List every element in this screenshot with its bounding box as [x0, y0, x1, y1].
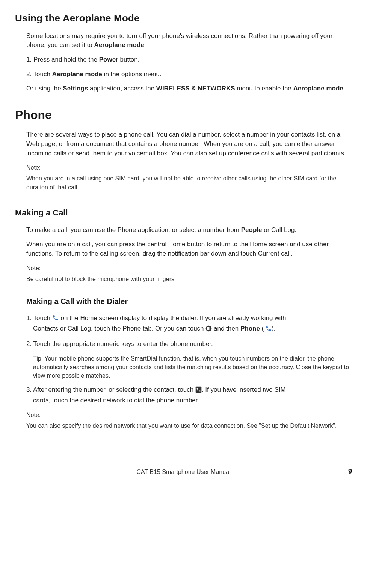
aeroplane-alt: Or using the Settings application, acces… — [26, 84, 352, 93]
text: Some locations may require you to turn o… — [26, 32, 332, 49]
dialer-step-2: 2. Touch the appropriate numeric keys to… — [26, 340, 352, 349]
bold-power: Power — [99, 56, 118, 63]
svg-point-2 — [208, 327, 209, 328]
phone-icon — [266, 325, 272, 335]
making-call-note-body: Be careful not to block the microphone w… — [26, 275, 352, 283]
text: . If you have inserted two SIM — [202, 386, 286, 393]
text: 3. After entering the number, or selecti… — [26, 386, 195, 393]
heading-making-call: Making a Call — [15, 207, 352, 219]
svg-point-6 — [210, 328, 210, 329]
bold-aeroplane-mode: Aeroplane mode — [94, 41, 144, 48]
text: ( — [260, 325, 264, 332]
text: and then — [214, 325, 240, 332]
text: on the Home screen display to display th… — [60, 314, 286, 322]
svg-point-5 — [208, 328, 209, 329]
apps-grid-icon — [205, 325, 212, 335]
text: . — [144, 41, 146, 48]
text: application, access the — [88, 85, 156, 92]
call-button-icon — [195, 386, 202, 396]
dialer-note-label: Note: — [26, 411, 352, 419]
svg-point-8 — [208, 329, 209, 330]
text: 1. Touch — [26, 314, 52, 322]
text: To make a call, you can use the Phone ap… — [26, 226, 241, 233]
svg-point-4 — [207, 328, 208, 329]
aeroplane-intro: Some locations may require you to turn o… — [26, 32, 352, 50]
heading-aeroplane-mode: Using the Aeroplane Mode — [15, 11, 352, 26]
text: cards, touch the desired network to dial… — [26, 396, 352, 405]
dialer-step-1: 1. Touch on the Home screen display to d… — [26, 314, 352, 334]
text: 1. Press and hold the the — [26, 56, 99, 63]
bold-settings: Settings — [63, 85, 88, 92]
svg-point-3 — [210, 327, 210, 328]
heading-phone: Phone — [15, 106, 352, 123]
page-footer: CAT B15 Smartphone User Manual 9 — [15, 468, 352, 476]
bold-phone: Phone — [240, 325, 260, 332]
bold-aeroplane-mode: Aeroplane mode — [293, 85, 343, 92]
text: or Call Log. — [262, 226, 296, 233]
aeroplane-step-2: 2. Touch Aeroplane mode in the options m… — [26, 70, 352, 79]
svg-point-9 — [210, 329, 210, 330]
page-number: 9 — [348, 466, 352, 476]
dialer-step-3: 3. After entering the number, or selecti… — [26, 385, 352, 405]
bold-wireless-networks: WIRELESS & NETWORKS — [156, 85, 235, 92]
phone-note-label: Note: — [26, 163, 352, 172]
making-call-p2: When you are on a call, you can press th… — [26, 240, 352, 258]
text: in the options menu. — [102, 71, 162, 78]
making-call-note-label: Note: — [26, 264, 352, 272]
phone-note-body: When you are in a call using one SIM car… — [26, 174, 352, 191]
text: Or using the — [26, 85, 63, 92]
bold-aeroplane-mode: Aeroplane mode — [52, 71, 102, 78]
text: ). — [272, 325, 275, 332]
svg-rect-10 — [196, 387, 202, 393]
bold-people: People — [241, 226, 262, 233]
text: menu to enable the — [235, 85, 293, 92]
dialer-tip: Tip: Your mobile phone supports the Smar… — [26, 354, 352, 380]
footer-title: CAT B15 Smartphone User Manual — [136, 469, 230, 475]
aeroplane-step-1: 1. Press and hold the the Power button. — [26, 55, 352, 65]
text: . — [343, 85, 345, 92]
text: button. — [118, 56, 140, 63]
svg-point-7 — [207, 329, 208, 330]
text: 2. Touch — [26, 71, 52, 78]
phone-icon — [52, 314, 59, 324]
making-call-p1: To make a call, you can use the Phone ap… — [26, 226, 352, 235]
text: Contacts or Call Log, touch the Phone ta… — [33, 325, 205, 332]
svg-point-1 — [207, 327, 208, 328]
dialer-note-body: You can also specify the desired network… — [26, 421, 352, 430]
phone-intro: There are several ways to place a phone … — [26, 130, 352, 158]
heading-dialer: Making a Call with the Dialer — [26, 296, 352, 307]
